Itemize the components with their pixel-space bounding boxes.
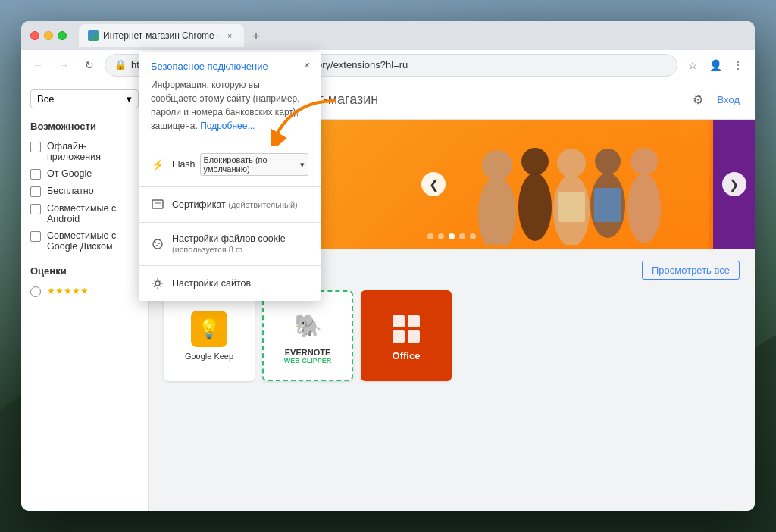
- traffic-lights: [30, 31, 67, 40]
- popup-more-link[interactable]: Подробнее...: [200, 120, 255, 131]
- certificate-label: Сертификат: [172, 199, 226, 210]
- certificate-icon: [151, 198, 164, 211]
- ratings-section-title: Оценки: [21, 262, 148, 283]
- close-window-button[interactable]: [30, 31, 39, 40]
- view-all-button[interactable]: Просмотреть все: [642, 261, 740, 280]
- toolbar-actions: ☆ 👤 ⋮: [682, 55, 749, 76]
- refresh-button[interactable]: ↻: [79, 55, 100, 76]
- gdrive-checkbox[interactable]: [30, 231, 41, 242]
- popup-title: Безопасное подключение: [151, 61, 308, 72]
- dot-1[interactable]: [427, 233, 433, 239]
- tab-title: Интернет-магазин Chrome -: [103, 30, 220, 41]
- cookies-sublabel: (используется 8 ф: [172, 245, 242, 254]
- cookies-icon: [151, 237, 164, 251]
- flash-icon: ⚡: [151, 158, 164, 171]
- filter-offline-apps[interactable]: Офлайн-приложения: [21, 138, 148, 165]
- site-settings-icon: [151, 277, 164, 290]
- svg-rect-16: [152, 200, 163, 208]
- filter-from-google[interactable]: От Google: [21, 165, 148, 183]
- popup-close-button[interactable]: ×: [299, 58, 314, 73]
- filter-label: Все: [37, 93, 54, 105]
- minimize-window-button[interactable]: [44, 31, 53, 40]
- settings-icon[interactable]: ⚙: [687, 89, 709, 111]
- hero-dots: [427, 233, 476, 239]
- stars-rating: ★★★★★: [47, 286, 89, 296]
- gdrive-label: Совместимые с Google Диском: [47, 230, 139, 252]
- filter-stars[interactable]: ★★★★★: [21, 283, 148, 300]
- login-button[interactable]: Вход: [718, 94, 740, 105]
- svg-point-0: [478, 177, 516, 245]
- filter-google-drive[interactable]: Совместимые с Google Диском: [21, 227, 148, 255]
- menu-button[interactable]: ⋮: [728, 55, 749, 76]
- popup-divider-3: [139, 222, 321, 223]
- cookies-label: Настройки файлов cookie: [172, 233, 286, 244]
- profile-button[interactable]: 👤: [705, 55, 726, 76]
- free-label: Бесплатно: [47, 186, 94, 196]
- popup-cookies-row[interactable]: Настройки файлов cookie (используется 8 …: [151, 229, 308, 259]
- site-settings-label: Настройки сайтов: [172, 278, 251, 289]
- from-google-checkbox[interactable]: [30, 169, 41, 180]
- bookmark-button[interactable]: ☆: [682, 55, 703, 76]
- forward-button[interactable]: →: [53, 55, 74, 76]
- svg-point-3: [521, 148, 549, 175]
- svg-point-5: [557, 149, 586, 177]
- popup-certificate-row[interactable]: Сертификат (действительный): [151, 193, 308, 216]
- dot-4[interactable]: [459, 233, 465, 239]
- security-popup: × Безопасное подключение Информация, кот…: [139, 52, 321, 301]
- svg-rect-11: [594, 188, 621, 222]
- filter-android-compatible[interactable]: Совместимые с Android: [21, 200, 148, 227]
- features-section-title: Возможности: [21, 117, 148, 138]
- dot-3[interactable]: [449, 233, 455, 239]
- title-bar: Интернет-магазин Chrome - × +: [21, 21, 755, 50]
- tab-close-button[interactable]: ×: [224, 30, 235, 41]
- popup-site-settings-row[interactable]: Настройки сайтов: [151, 272, 308, 295]
- new-tab-button[interactable]: +: [246, 26, 267, 47]
- evernote-icon: 🐘: [289, 307, 326, 343]
- svg-point-21: [158, 243, 160, 244]
- hero-people: [452, 120, 709, 249]
- android-checkbox[interactable]: [30, 204, 41, 214]
- tab-favicon: [88, 30, 99, 41]
- stars-radio[interactable]: [30, 286, 41, 297]
- header-actions: ⚙ Вход: [687, 89, 740, 111]
- dot-5[interactable]: [470, 233, 476, 239]
- extensions-grid: 💡 Google Keep 🐘 EVERNOTE WEB CLIPPER: [164, 290, 740, 381]
- svg-rect-12: [393, 315, 405, 327]
- evernote-label: EVERNOTE: [285, 348, 331, 357]
- flash-select-arrow: ▾: [300, 160, 305, 170]
- office-label: Office: [393, 350, 421, 361]
- flash-select[interactable]: Блокировать (по умолчанию) ▾: [200, 153, 308, 176]
- svg-rect-14: [393, 330, 405, 343]
- offline-apps-checkbox[interactable]: [30, 142, 41, 152]
- popup-flash-row: ⚡ Flash Блокировать (по умолчанию) ▾: [151, 149, 308, 180]
- svg-rect-10: [558, 192, 585, 222]
- back-button[interactable]: ←: [27, 55, 48, 76]
- sidebar: Все ▾ Возможности Офлайн-приложения От G…: [21, 80, 149, 511]
- dot-2[interactable]: [438, 233, 444, 239]
- svg-point-2: [518, 173, 552, 241]
- svg-point-8: [627, 174, 661, 243]
- hero-image: [459, 124, 702, 245]
- google-keep-icon: 💡: [191, 311, 227, 347]
- category-filter-dropdown[interactable]: Все ▾: [30, 89, 139, 108]
- extension-card-google-keep[interactable]: 💡 Google Keep: [164, 290, 255, 381]
- filter-free[interactable]: Бесплатно: [21, 183, 148, 200]
- offline-apps-label: Офлайн-приложения: [47, 141, 139, 162]
- hero-next-button[interactable]: ❯: [722, 172, 746, 196]
- certificate-sublabel: (действительный): [228, 200, 297, 209]
- browser-content: Все ▾ Возможности Офлайн-приложения От G…: [21, 80, 755, 511]
- extension-card-office[interactable]: Office: [361, 290, 452, 381]
- svg-point-20: [155, 242, 156, 243]
- flash-label: Flash: [172, 159, 196, 170]
- active-tab[interactable]: Интернет-магазин Chrome - ×: [79, 24, 244, 47]
- svg-point-1: [482, 150, 512, 180]
- maximize-window-button[interactable]: [58, 31, 67, 40]
- svg-point-19: [153, 239, 162, 249]
- google-keep-label: Google Keep: [185, 352, 233, 361]
- svg-point-22: [156, 245, 158, 246]
- extension-card-evernote[interactable]: 🐘 EVERNOTE WEB CLIPPER: [262, 290, 353, 381]
- hero-prev-button[interactable]: ❮: [421, 172, 446, 196]
- tabs-area: Интернет-магазин Chrome - × +: [79, 24, 746, 47]
- free-checkbox[interactable]: [30, 186, 41, 197]
- flash-dropdown: Flash Блокировать (по умолчанию) ▾: [172, 153, 308, 176]
